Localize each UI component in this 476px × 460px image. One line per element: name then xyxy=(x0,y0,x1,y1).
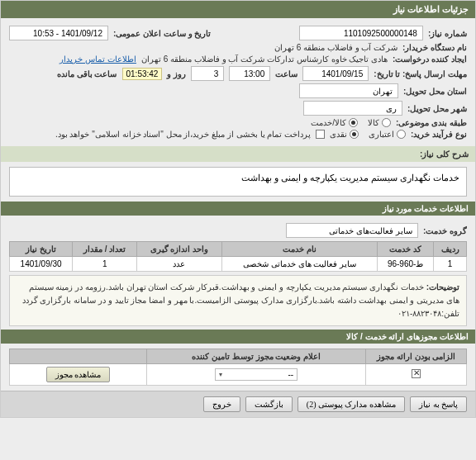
radio-credit[interactable] xyxy=(397,130,406,139)
radio-service[interactable] xyxy=(349,118,358,127)
city-value: ری xyxy=(303,101,402,116)
th-date: تاریخ نیاز xyxy=(10,242,73,257)
detail-text: خدمات نگهداری سیستم مدیریت یکپارچه و ایم… xyxy=(22,282,459,318)
announce-value: 1401/09/12 - 10:53 xyxy=(9,26,108,40)
auth-required-checkbox[interactable] xyxy=(412,369,421,378)
radio-cash-label: نقدی xyxy=(330,130,347,139)
scope-label: طبقه بندی موضوعی: xyxy=(396,118,467,127)
auth-status-select[interactable]: -- ▾ xyxy=(215,368,298,381)
services-header: اطلاعات خدمات مورد نیاز xyxy=(1,202,475,216)
deadline-time: 13:00 xyxy=(229,66,270,81)
th-row: ردیف xyxy=(434,242,467,257)
th-unit: واحد اندازه گیری xyxy=(137,242,222,257)
back-button[interactable]: بازگشت xyxy=(245,396,293,412)
pay-note-text: پرداخت تمام یا بخشی از مبلغ خرید،از محل … xyxy=(55,130,311,139)
remain-label: ساعت باقی مانده xyxy=(57,69,117,78)
info-section: شماره نیاز: 1101092500000148 تاریخ و ساع… xyxy=(1,18,475,146)
exit-button[interactable]: خروج xyxy=(203,396,240,412)
cell-qty: 1 xyxy=(73,257,137,272)
auth-stat-cell: -- ▾ xyxy=(146,364,365,386)
auth-table: الزامی بودن ارائه مجوز اعلام وضعیت مجوز … xyxy=(9,349,467,386)
group-label: گروه خدمت: xyxy=(423,226,467,235)
time-label: ساعت xyxy=(275,69,298,78)
countdown-timer: 01:53:42 xyxy=(122,68,163,80)
paytype-radios: اعتباری نقدی xyxy=(330,130,406,139)
group-value: سایر فعالیت‌های خدماتی xyxy=(286,223,418,238)
th-name: نام خدمت xyxy=(221,242,378,257)
th-qty: تعداد / مقدار xyxy=(73,242,137,257)
panel-header: جزئیات اطلاعات نیاز xyxy=(1,1,475,18)
creator-value: هادی تاجیک خاوه کارشناس تدارکات شرکت آب … xyxy=(141,55,388,64)
province-label: استان محل تحویل: xyxy=(403,87,467,96)
cell-name: سایر فعالیت های خدماتی شخصی xyxy=(221,257,378,272)
chevron-down-icon: ▾ xyxy=(219,371,222,378)
auth-action-cell: مشاهده مجوز xyxy=(10,364,147,386)
auth-row: -- ▾ مشاهده مجوز xyxy=(10,364,467,386)
need-no-value: 1101092500000148 xyxy=(299,26,423,40)
table-row: 1 ط-960-96 سایر فعالیت های خدماتی شخصی ع… xyxy=(10,257,467,272)
auth-header: اطلاعات مجوزهای ارائه خدمت / کالا xyxy=(1,330,475,344)
panel-title: جزئیات اطلاعات نیاز xyxy=(393,4,469,14)
city-label: شهر محل تحویل: xyxy=(407,104,467,113)
creator-label: ایجاد کننده درخواست: xyxy=(393,55,467,64)
services-table: ردیف کد خدمت نام خدمت واحد اندازه گیری ت… xyxy=(9,241,467,272)
th-req: الزامی بودن ارائه مجوز xyxy=(366,349,467,364)
cell-unit: عدد xyxy=(137,257,222,272)
respond-button[interactable]: پاسخ به نیاز xyxy=(410,396,467,412)
cell-code: ط-960-96 xyxy=(378,257,434,272)
buyer-label: نام دستگاه خریدار: xyxy=(402,43,467,52)
need-no-label: شماره نیاز: xyxy=(428,29,467,38)
days-remain: 3 xyxy=(191,66,224,81)
auth-req-cell xyxy=(366,364,467,386)
radio-service-label: کالا/خدمت xyxy=(311,118,346,127)
view-permit-button[interactable]: مشاهده مجوز xyxy=(46,367,111,382)
cell-row: 1 xyxy=(434,257,467,272)
buyer-value: شرکت آب و فاضلاب منطقه 6 تهران xyxy=(274,43,397,52)
detail-label: توضیحات: xyxy=(426,282,459,292)
service-detail-box: توضیحات: خدمات نگهداری سیستم مدیریت یکپا… xyxy=(9,275,467,326)
radio-goods[interactable] xyxy=(382,118,391,127)
radio-credit-label: اعتباری xyxy=(369,130,394,139)
radio-goods-label: کالا xyxy=(368,118,379,127)
th-empty xyxy=(10,349,147,364)
province-value: تهران xyxy=(299,83,398,98)
deadline-date: 1401/09/15 xyxy=(302,66,369,81)
radio-cash[interactable] xyxy=(350,130,359,139)
desc-label: شرح کلی نیاز: xyxy=(420,149,469,159)
deadline-label: مهلت ارسال پاسخ: تا تاریخ: xyxy=(374,69,467,78)
cell-date: 1401/09/30 xyxy=(10,257,73,272)
th-stat: اعلام وضعیت مجوز توسط تامین کننده xyxy=(146,349,365,364)
select-value: -- xyxy=(288,370,293,379)
pay-note-checkbox[interactable] xyxy=(316,130,325,139)
attachments-button[interactable]: مشاهده مدارک پیوستی (2) xyxy=(298,396,405,412)
footer-buttons: پاسخ به نیاز مشاهده مدارک پیوستی (2) باز… xyxy=(1,391,475,417)
details-panel: جزئیات اطلاعات نیاز شماره نیاز: 11010925… xyxy=(0,0,476,418)
announce-label: تاریخ و ساعت اعلان عمومی: xyxy=(113,29,211,38)
days-label: روز و xyxy=(167,69,186,78)
desc-box: خدمات نگهداری سیستم مدیریت یکپارچه و ایم… xyxy=(9,167,467,197)
th-code: کد خدمت xyxy=(378,242,434,257)
contact-link[interactable]: اطلاعات تماس خریدار xyxy=(60,55,136,64)
auth-section: الزامی بودن ارائه مجوز اعلام وضعیت مجوز … xyxy=(1,344,475,391)
paytype-label: نوع فرآیند خرید: xyxy=(411,130,467,139)
scope-radios: کالا کالا/خدمت xyxy=(311,118,391,127)
desc-bar: شرح کلی نیاز: xyxy=(1,146,475,162)
